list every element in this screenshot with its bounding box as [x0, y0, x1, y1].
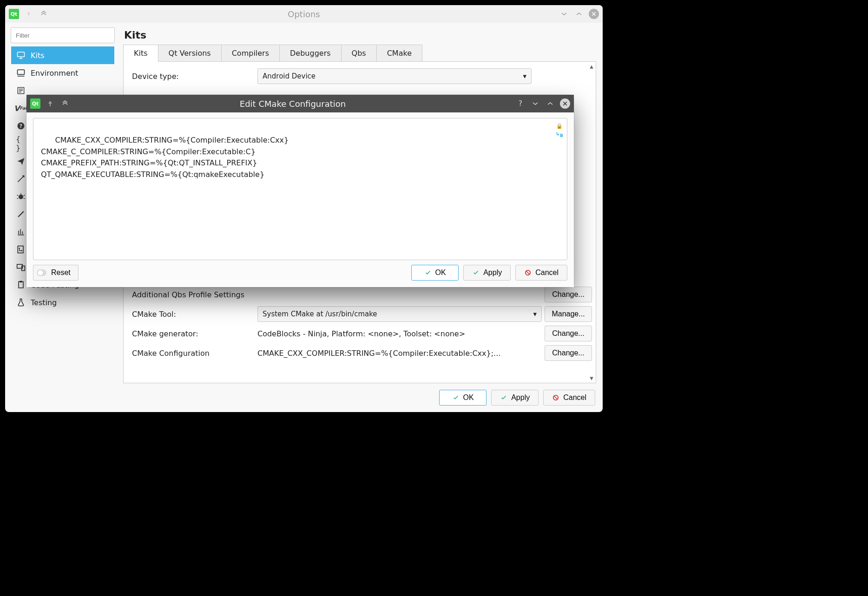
chart-icon — [16, 227, 26, 237]
bug-icon — [16, 191, 26, 202]
select-device-type[interactable]: Android Device ▾ — [257, 68, 532, 84]
tab-kits[interactable]: Kits — [123, 45, 158, 61]
modal-apply-button[interactable]: Apply — [463, 265, 511, 281]
label-cmake-generator: CMake generator: — [132, 329, 255, 338]
tab-cmake[interactable]: CMake — [377, 45, 422, 61]
edit-cmake-modal: Edit CMake Configuration ? CMAKE_CXX_COM… — [26, 95, 574, 287]
svg-point-5 — [19, 195, 23, 199]
help-icon[interactable]: ? — [515, 98, 526, 109]
modal-button-bar: Reset OK Apply Cancel — [33, 265, 567, 281]
row-device-type: Device type: Android Device ▾ — [132, 66, 592, 86]
tab-qbs[interactable]: Qbs — [342, 45, 377, 61]
check-icon — [452, 394, 460, 401]
svg-rect-0 — [18, 52, 25, 57]
cancel-button[interactable]: Cancel — [543, 390, 595, 406]
tab-qt-versions[interactable]: Qt Versions — [158, 45, 222, 61]
qt-icon — [9, 9, 19, 19]
braces-icon: { } — [16, 138, 26, 149]
manage-button[interactable]: Manage... — [545, 306, 592, 322]
chevrons-up-icon[interactable] — [60, 98, 70, 109]
row-cmake-config: CMake Configuration CMAKE_CXX_COMPILER:S… — [132, 343, 592, 363]
scrollbar[interactable]: ▴ ▾ — [588, 63, 595, 382]
chevron-down-icon: ▾ — [533, 310, 537, 318]
options-titlebar[interactable]: Options — [5, 5, 603, 23]
close-icon[interactable] — [589, 9, 599, 19]
desktop-icon — [16, 68, 26, 78]
modal-titlebar[interactable]: Edit CMake Configuration ? — [26, 95, 574, 112]
chevron-up-icon[interactable] — [545, 98, 555, 109]
svg-rect-1 — [18, 70, 25, 74]
page-title: Kits — [124, 29, 596, 41]
modal-body: CMAKE_CXX_COMPILER:STRING=%{Compiler:Exe… — [26, 112, 574, 287]
label-qbs-profile: Additional Qbs Profile Settings — [132, 290, 542, 299]
monitor-icon — [16, 50, 26, 60]
pencil-icon — [16, 209, 26, 219]
value-cmake-config: CMAKE_CXX_COMPILER:STRING=%{Compiler:Exe… — [257, 349, 542, 358]
plane-icon — [16, 156, 26, 166]
row-cmake-generator: CMake generator: CodeBlocks - Ninja, Pla… — [132, 324, 592, 343]
check-icon — [500, 394, 507, 401]
svg-rect-11 — [19, 282, 23, 288]
label-cmake-tool: CMake Tool: — [132, 310, 255, 319]
flask-icon — [16, 297, 26, 308]
select-value: Android Device — [263, 72, 316, 80]
options-button-bar: OK Apply Cancel — [123, 383, 596, 406]
textarea-content: CMAKE_CXX_COMPILER:STRING=%{Compiler:Exe… — [41, 136, 289, 179]
stop-icon — [524, 269, 532, 276]
value-cmake-generator: CodeBlocks - Ninja, Platform: <none>, To… — [257, 329, 542, 338]
modal-cancel-button[interactable]: Cancel — [515, 265, 567, 281]
tabs: Kits Qt Versions Compilers Debuggers Qbs… — [123, 45, 596, 62]
options-title: Options — [53, 9, 554, 19]
pin-icon[interactable] — [24, 9, 34, 19]
chevron-down-icon[interactable] — [559, 9, 569, 19]
lock-icon: 🔒 — [556, 122, 563, 130]
tab-compilers[interactable]: Compilers — [222, 45, 280, 61]
change-button-generator[interactable]: Change... — [545, 326, 592, 341]
sidebar-item-label: Environment — [31, 69, 78, 78]
select-cmake-tool[interactable]: System CMake at /usr/bin/cmake ▾ — [257, 306, 542, 322]
sidebar-item-label: Kits — [31, 51, 45, 60]
wand-icon — [16, 174, 26, 184]
change-button-qbs[interactable]: Change... — [545, 287, 592, 302]
sidebar-item-environment[interactable]: Environment — [11, 64, 114, 82]
modal-ok-button[interactable]: OK — [411, 265, 459, 281]
label-cmake-config: CMake Configuration — [132, 349, 255, 358]
filter-input[interactable] — [11, 27, 115, 43]
help-icon: ? — [16, 121, 26, 131]
chevron-down-icon[interactable] — [530, 98, 540, 109]
reset-toggle[interactable]: Reset — [33, 265, 79, 281]
apply-button[interactable]: Apply — [491, 390, 539, 406]
chevron-down-icon: ▾ — [523, 72, 526, 80]
row-qbs-profile: Additional Qbs Profile Settings Change..… — [132, 285, 592, 304]
svg-rect-12 — [20, 281, 22, 282]
scroll-up-icon[interactable]: ▴ — [588, 63, 595, 70]
stop-icon — [552, 394, 559, 401]
svg-text:?: ? — [20, 123, 22, 129]
chevrons-up-icon[interactable] — [39, 9, 49, 19]
select-value: System CMake at /usr/bin/cmake — [263, 310, 377, 318]
chevron-up-icon[interactable] — [574, 9, 584, 19]
sidebar-item-kits[interactable]: Kits — [11, 46, 114, 64]
clipboard-icon — [16, 280, 26, 290]
check-icon — [472, 269, 480, 276]
sidebar-item-testing[interactable]: Testing — [11, 294, 114, 311]
variable-chooser-icon[interactable]: 🔒 ↳B — [556, 122, 563, 139]
row-cmake-tool: CMake Tool: System CMake at /usr/bin/cma… — [132, 304, 592, 324]
text-editor-icon — [16, 85, 26, 96]
close-icon[interactable] — [560, 98, 570, 109]
change-button-config[interactable]: Change... — [545, 345, 592, 361]
scroll-down-icon[interactable]: ▾ — [588, 374, 595, 382]
check-icon — [424, 269, 432, 276]
cmake-config-textarea[interactable]: CMAKE_CXX_COMPILER:STRING=%{Compiler:Exe… — [33, 118, 567, 260]
devices-icon — [16, 262, 26, 272]
ok-button[interactable]: OK — [439, 390, 487, 406]
vim-icon: VFak — [16, 103, 26, 113]
tab-debuggers[interactable]: Debuggers — [280, 45, 342, 61]
pin-icon[interactable] — [45, 98, 55, 109]
modal-title: Edit CMake Configuration — [75, 99, 511, 109]
qt-icon — [30, 98, 40, 109]
label-device-type: Device type: — [132, 72, 255, 81]
sidebar-item-label: Testing — [31, 298, 57, 307]
branch-icon — [16, 244, 26, 255]
svg-rect-6 — [18, 246, 23, 253]
